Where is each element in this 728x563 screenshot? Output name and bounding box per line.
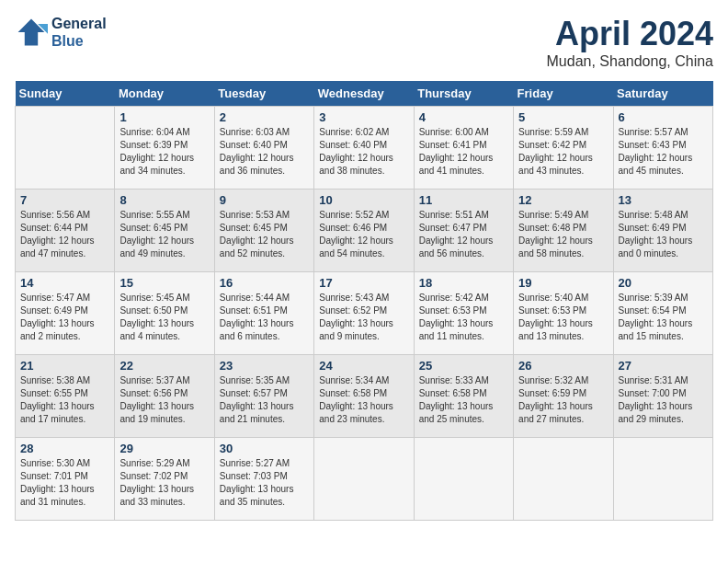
day-cell-2: 2Sunrise: 6:03 AM Sunset: 6:40 PM Daylig… [214,107,313,190]
day-info: Sunrise: 5:59 AM Sunset: 6:42 PM Dayligh… [518,126,608,178]
empty-cell [314,438,414,521]
day-info: Sunrise: 5:39 AM Sunset: 6:54 PM Dayligh… [619,292,708,343]
day-cell-16: 16Sunrise: 5:44 AM Sunset: 6:51 PM Dayli… [214,272,313,355]
day-info: Sunrise: 5:38 AM Sunset: 6:55 PM Dayligh… [20,374,109,426]
day-info: Sunrise: 5:47 AM Sunset: 6:49 PM Dayligh… [20,292,109,343]
week-row-1: 1Sunrise: 6:04 AM Sunset: 6:39 PM Daylig… [16,107,713,190]
day-cell-26: 26Sunrise: 5:32 AM Sunset: 6:59 PM Dayli… [514,355,613,438]
empty-cell [514,438,613,521]
day-info: Sunrise: 6:02 AM Sunset: 6:40 PM Dayligh… [319,126,408,178]
day-cell-19: 19Sunrise: 5:40 AM Sunset: 6:53 PM Dayli… [514,272,613,355]
day-number: 12 [518,193,608,207]
day-cell-29: 29Sunrise: 5:29 AM Sunset: 7:02 PM Dayli… [115,438,214,521]
day-number: 23 [220,359,309,373]
day-info: Sunrise: 5:40 AM Sunset: 6:53 PM Dayligh… [518,292,608,343]
day-number: 17 [319,276,408,290]
day-header-tuesday: Tuesday [214,81,313,107]
empty-cell [414,438,513,521]
day-info: Sunrise: 5:35 AM Sunset: 6:57 PM Dayligh… [220,374,309,426]
day-info: Sunrise: 5:48 AM Sunset: 6:49 PM Dayligh… [619,209,708,260]
day-header-wednesday: Wednesday [314,81,414,107]
day-number: 16 [220,276,309,290]
day-cell-12: 12Sunrise: 5:49 AM Sunset: 6:48 PM Dayli… [514,190,613,272]
title-block: April 2024 Mudan, Shandong, China [547,15,713,70]
day-number: 24 [319,359,408,373]
day-info: Sunrise: 6:04 AM Sunset: 6:39 PM Dayligh… [119,126,209,178]
day-number: 10 [319,193,408,207]
day-info: Sunrise: 5:42 AM Sunset: 6:53 PM Dayligh… [419,292,508,343]
day-info: Sunrise: 5:33 AM Sunset: 6:58 PM Dayligh… [419,374,508,426]
day-info: Sunrise: 5:44 AM Sunset: 6:51 PM Dayligh… [220,292,309,343]
day-number: 26 [518,359,608,373]
logo: General Blue [15,15,107,50]
logo-text: General Blue [51,15,107,50]
day-info: Sunrise: 5:30 AM Sunset: 7:01 PM Dayligh… [20,457,109,509]
day-info: Sunrise: 5:37 AM Sunset: 6:56 PM Dayligh… [119,374,209,426]
logo-icon [15,16,48,49]
day-info: Sunrise: 5:31 AM Sunset: 7:00 PM Dayligh… [619,374,708,426]
day-cell-3: 3Sunrise: 6:02 AM Sunset: 6:40 PM Daylig… [314,107,414,190]
day-number: 8 [119,193,209,207]
day-info: Sunrise: 5:55 AM Sunset: 6:45 PM Dayligh… [119,209,209,260]
day-cell-18: 18Sunrise: 5:42 AM Sunset: 6:53 PM Dayli… [414,272,513,355]
day-number: 5 [518,110,608,124]
day-number: 30 [220,442,309,455]
day-info: Sunrise: 5:45 AM Sunset: 6:50 PM Dayligh… [119,292,209,343]
day-cell-10: 10Sunrise: 5:52 AM Sunset: 6:46 PM Dayli… [314,190,414,272]
day-cell-17: 17Sunrise: 5:43 AM Sunset: 6:52 PM Dayli… [314,272,414,355]
day-number: 27 [619,359,708,373]
day-cell-1: 1Sunrise: 6:04 AM Sunset: 6:39 PM Daylig… [115,107,214,190]
day-number: 14 [20,276,109,290]
day-number: 7 [20,193,109,207]
day-number: 22 [119,359,209,373]
day-number: 28 [20,442,109,455]
day-cell-30: 30Sunrise: 5:27 AM Sunset: 7:03 PM Dayli… [214,438,313,521]
day-number: 13 [619,193,708,207]
day-info: Sunrise: 6:00 AM Sunset: 6:41 PM Dayligh… [419,126,508,178]
empty-cell [613,438,712,521]
week-row-3: 14Sunrise: 5:47 AM Sunset: 6:49 PM Dayli… [16,272,713,355]
day-info: Sunrise: 5:49 AM Sunset: 6:48 PM Dayligh… [518,209,608,260]
day-info: Sunrise: 5:32 AM Sunset: 6:59 PM Dayligh… [518,374,608,426]
day-cell-7: 7Sunrise: 5:56 AM Sunset: 6:44 PM Daylig… [16,190,115,272]
day-info: Sunrise: 5:51 AM Sunset: 6:47 PM Dayligh… [419,209,508,260]
day-cell-14: 14Sunrise: 5:47 AM Sunset: 6:49 PM Dayli… [16,272,115,355]
day-header-friday: Friday [514,81,613,107]
day-info: Sunrise: 5:27 AM Sunset: 7:03 PM Dayligh… [220,457,309,509]
day-number: 21 [20,359,109,373]
day-cell-11: 11Sunrise: 5:51 AM Sunset: 6:47 PM Dayli… [414,190,513,272]
header-row: SundayMondayTuesdayWednesdayThursdayFrid… [16,81,713,107]
day-cell-8: 8Sunrise: 5:55 AM Sunset: 6:45 PM Daylig… [115,190,214,272]
day-number: 20 [619,276,708,290]
day-number: 19 [518,276,608,290]
day-cell-13: 13Sunrise: 5:48 AM Sunset: 6:49 PM Dayli… [613,190,712,272]
day-cell-15: 15Sunrise: 5:45 AM Sunset: 6:50 PM Dayli… [115,272,214,355]
day-info: Sunrise: 5:57 AM Sunset: 6:43 PM Dayligh… [619,126,708,178]
day-number: 25 [419,359,508,373]
day-cell-9: 9Sunrise: 5:53 AM Sunset: 6:45 PM Daylig… [214,190,313,272]
day-cell-21: 21Sunrise: 5:38 AM Sunset: 6:55 PM Dayli… [16,355,115,438]
day-info: Sunrise: 5:43 AM Sunset: 6:52 PM Dayligh… [319,292,408,343]
week-row-4: 21Sunrise: 5:38 AM Sunset: 6:55 PM Dayli… [16,355,713,438]
day-cell-24: 24Sunrise: 5:34 AM Sunset: 6:58 PM Dayli… [314,355,414,438]
day-number: 11 [419,193,508,207]
day-cell-4: 4Sunrise: 6:00 AM Sunset: 6:41 PM Daylig… [414,107,513,190]
day-header-monday: Monday [115,81,214,107]
empty-cell [16,107,115,190]
day-info: Sunrise: 5:52 AM Sunset: 6:46 PM Dayligh… [319,209,408,260]
day-number: 9 [220,193,309,207]
day-info: Sunrise: 5:29 AM Sunset: 7:02 PM Dayligh… [119,457,209,509]
day-header-thursday: Thursday [414,81,513,107]
day-number: 6 [619,110,708,124]
calendar-table: SundayMondayTuesdayWednesdayThursdayFrid… [15,81,713,521]
day-cell-20: 20Sunrise: 5:39 AM Sunset: 6:54 PM Dayli… [613,272,712,355]
week-row-2: 7Sunrise: 5:56 AM Sunset: 6:44 PM Daylig… [16,190,713,272]
day-info: Sunrise: 5:53 AM Sunset: 6:45 PM Dayligh… [220,209,309,260]
day-info: Sunrise: 6:03 AM Sunset: 6:40 PM Dayligh… [220,126,309,178]
day-cell-6: 6Sunrise: 5:57 AM Sunset: 6:43 PM Daylig… [613,107,712,190]
day-number: 4 [419,110,508,124]
day-header-sunday: Sunday [16,81,115,107]
day-number: 1 [119,110,209,124]
day-header-saturday: Saturday [613,81,712,107]
day-cell-27: 27Sunrise: 5:31 AM Sunset: 7:00 PM Dayli… [613,355,712,438]
